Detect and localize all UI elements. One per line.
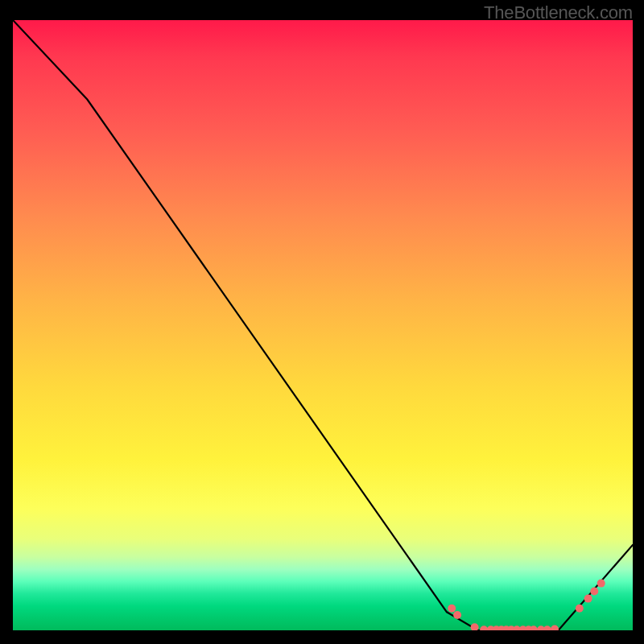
- marker-dot: [519, 625, 527, 630]
- curve-path-group: [13, 20, 633, 630]
- marker-dot: [551, 625, 559, 631]
- chart-plot-area: [13, 20, 633, 630]
- watermark-text: TheBottleneck.com: [484, 2, 633, 23]
- marker-dot: [537, 625, 545, 630]
- marker-dot: [453, 611, 461, 619]
- marker-dot: [502, 625, 510, 630]
- marker-dot: [471, 623, 479, 630]
- marker-dot: [597, 580, 605, 588]
- marker-dot: [448, 605, 456, 613]
- marker-dot: [530, 625, 538, 630]
- marker-dot: [487, 625, 495, 630]
- marker-dot: [513, 625, 521, 630]
- marker-dot: [493, 625, 501, 630]
- marker-dot: [525, 625, 533, 630]
- marker-dot: [543, 625, 551, 630]
- chart-frame: TheBottleneck.com: [0, 0, 644, 644]
- marker-dot: [576, 605, 584, 613]
- marker-dot: [590, 588, 598, 596]
- curve-line: [13, 20, 633, 630]
- marker-dot: [584, 595, 592, 603]
- marker-dot: [480, 625, 488, 630]
- marker-dot: [507, 625, 515, 630]
- curve-markers: [448, 580, 605, 630]
- chart-svg: [13, 20, 633, 630]
- marker-dot: [497, 625, 506, 630]
